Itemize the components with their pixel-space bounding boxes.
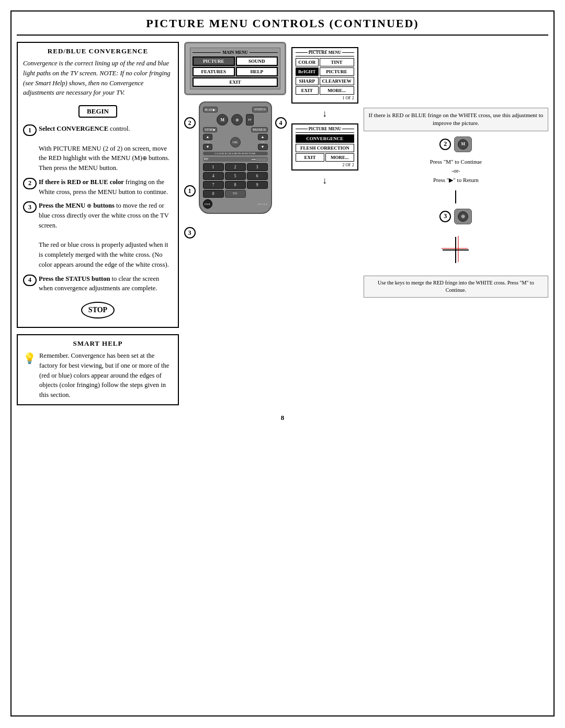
press-instructions: Press "M" to Continue -or- Press "▶" to … [430,157,482,185]
smart-help-title: Smart Help [23,339,173,348]
pm2-footer: 2 OF 2 [296,163,354,167]
main-content: RED/BLUE CONVERGENCE Convergence is the … [17,42,548,405]
press-m-text: Press "M" to Continue [430,157,482,167]
remote-pip-row: PIP ━━ □ □ □ □ [203,157,268,162]
step-1-indicator: 1 [184,185,196,197]
step-3-circle: 3 [23,201,37,213]
remote-ch-up[interactable]: ▲ [258,134,268,140]
stop-row: STOP [23,298,173,323]
remote-wrapper: 2 4 1 3 PLAY▶ STATUS M [199,101,272,214]
menu-item-features: FEATURES [193,67,235,76]
step3-indicator-row: 3 ⊕ [439,209,472,224]
remote-menu-row: M ⊕ FF [203,114,268,126]
remote-top-row: PLAY▶ STATUS [203,107,268,112]
right-panel: MAIN MENU PICTURE SOUND FEATURES HELP EX… [184,42,548,405]
remote-num-3[interactable]: 3 [247,163,268,171]
pm1-sharp: SHARP [296,77,319,85]
page-container: Picture Menu Controls (Continued) RED/BL… [10,10,555,716]
pm1-exit: EXIT [296,86,319,95]
tv-screen: MAIN MENU PICTURE SOUND FEATURES HELP EX… [184,42,286,95]
remote-pip-btn[interactable]: FF [246,114,254,126]
remote-stop-btn[interactable]: STOP ■ [203,127,217,132]
remote-num-1[interactable]: 1 [203,163,224,171]
step-3-bold2: buttons [94,202,115,209]
menus-column: PICTURE MENU COLOR TINT BrIGHT PICTURE S… [291,47,358,298]
remote-num-5[interactable]: 5 [225,172,246,180]
step-2-text: If there is RED or BLUE color fringing o… [39,177,173,197]
remote-snippet-3: ⊕ [454,209,472,224]
step-3-bold: Press the MENU [39,202,85,209]
lightbulb-icon: 💡 [23,352,36,365]
remote-num-0[interactable]: 0 [203,190,224,198]
remote-num-7[interactable]: 7 [203,181,224,189]
menu-item-sound: SOUND [236,56,278,66]
picture-menu-2-title-row: PICTURE MENU [296,127,354,133]
remote-pause-btn[interactable]: PAUSE II [251,127,268,132]
menu-arrow-label-1: ─────→ [309,48,328,53]
step-4-bold: Press the STATUS button [39,275,110,282]
remote-num-4[interactable]: 4 [203,172,224,180]
left-panel: RED/BLUE CONVERGENCE Convergence is the … [17,42,179,405]
remote-num-6[interactable]: 6 [247,172,268,180]
remote-vol-row: ▲ VOL ▼ OK ▲ CH ▼ [203,134,268,150]
step-2-number: 2 [28,179,31,187]
step-3-indicator: 3 [184,227,196,238]
remote-vol-col: ▲ VOL ▼ [203,134,213,150]
remote-menus-column: MAIN MENU PICTURE SOUND FEATURES HELP EX… [184,42,286,298]
remote-menu-btn[interactable]: M [217,114,228,126]
or-text: -or- [430,166,482,176]
remote-num-2[interactable]: 2 [225,163,246,171]
step-3-text: Press the MENU ⊕ buttons to move the red… [39,201,173,269]
remote-vol-label: VOL [205,141,210,143]
step-4-text: Press the STATUS button to clear the scr… [39,274,173,294]
step3-annotation-text: Use the keys to merge the RED fringe int… [378,280,534,293]
remote-play-btn[interactable]: PLAY▶ [203,107,218,112]
remote-status-btn[interactable]: STATUS [252,107,268,112]
pm2-convergence: CONVERGENCE [296,134,354,143]
remote-vol-down[interactable]: ▼ [203,144,213,150]
step-4-row: 4 Press the STATUS button to clear the s… [23,274,173,294]
pm1-footer: 1 OF 2 [296,96,354,100]
page-number: 8 [17,414,548,422]
remote-ch-down[interactable]: ▼ [258,144,268,150]
remote-ok-btn[interactable]: OK [230,137,241,147]
remote-numpad: 1 2 3 4 5 6 7 8 9 0 TV [203,163,268,198]
remote-nav-btn[interactable]: ⊕ [231,114,243,126]
cross-svg [437,232,474,268]
remote-tv-btn[interactable]: TV [225,190,246,198]
connector-line-1 [455,190,456,203]
main-menu-label: MAIN MENU [222,50,248,55]
step2-annotation-text: If there is RED or BLUE fringe on the WH… [369,112,544,126]
remote-pip-label: PIP [204,157,209,161]
step-4-indicator: 4 [275,117,287,129]
smart-help-text: Remember. Convergence has been set at th… [39,351,173,400]
remote-stop-pause-row: STOP ■ PAUSE II [203,127,268,132]
menu-item-picture: PICTURE [193,56,235,66]
remote-num-8[interactable]: 8 [225,181,246,189]
menu-item-exit: EXIT [193,77,278,87]
picture-menu-1-items: COLOR TINT BrIGHT PICTURE SHARP CLEARVIE… [296,58,354,95]
step3-annotation-box: Use the keys to merge the RED fringe int… [364,276,548,298]
picture-menu-2-label: PICTURE MENU [309,127,341,131]
remote-power-btn[interactable]: PWR [203,199,212,209]
remote-vol-up[interactable]: ▲ [203,134,213,140]
pm2-flesh: FLESH CORRECTION [296,144,354,152]
remote-num-9[interactable]: 9 [247,181,268,189]
picture-menu-2-items: CONVERGENCE FLESH CORRECTION [296,134,354,152]
remote-color-bar: C·LOCK R·CH S·MUTE M·PICTURE [203,152,268,155]
begin-badge: BEGIN [78,105,117,118]
smart-help-box: Smart Help 💡 Remember. Convergence has b… [17,334,179,405]
step2-annotation-box: If there is RED or BLUE fringe on the WH… [364,108,548,131]
cross-diagram-area [437,232,474,270]
smart-help-content: 💡 Remember. Convergence has been set at … [23,351,173,400]
remote-snippet-2: M [454,136,472,152]
step2-indicator-row: 2 M [439,136,472,152]
menu-down-arrow-1: ↓ [291,109,358,118]
remote-pip-controls: ━━ □ □ □ □ [252,157,267,161]
step-4-circle: 4 [23,275,37,286]
menu-down-arrow-2: ↓ [291,176,358,185]
step-1-text: Select CONVERGENCE control. With PICTURE… [39,124,173,173]
step-3-row: 3 Press the MENU ⊕ buttons to move the r… [23,201,173,269]
tv-inner: MAIN MENU PICTURE SOUND FEATURES HELP EX… [190,48,280,89]
main-menu-label-row: MAIN MENU [193,50,278,55]
